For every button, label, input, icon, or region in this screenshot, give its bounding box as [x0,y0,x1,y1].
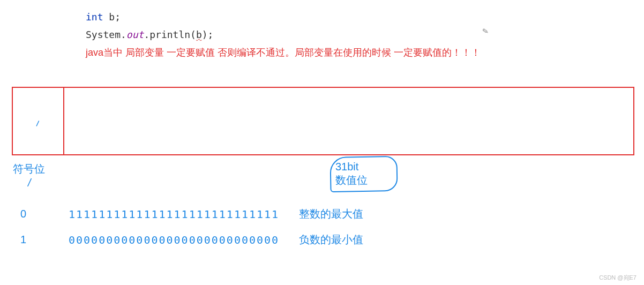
bits-value: 1111111111111111111111111111 [69,208,299,221]
class-system: System. [86,29,126,40]
code-line-1: int b; [86,10,644,25]
bits-value: 0000000000000000000000000000 [69,234,299,246]
binary-row-max: 0 1111111111111111111111111111 整数的最大值 [20,207,363,221]
field-out: out [126,29,144,40]
code-line-2: System.out.println(b); [86,27,644,43]
sign-bit-label: 符号位 [13,162,45,176]
method-println-close: ); [202,29,214,40]
keyword-int: int [86,11,103,22]
arg-b-error: b [196,29,202,40]
bit31-text-line2: 数值位 [335,173,368,188]
sign-bit-cell: ⸝ [13,88,64,154]
tick-mark: ⸝ [31,112,41,128]
row-description: 负数的最小值 [299,232,363,247]
bit-diagram-box: ⸝ [12,87,634,155]
sign-value: 1 [20,234,69,246]
row-description: 整数的最大值 [299,207,363,221]
sign-bit-arrow: / [28,177,31,189]
error-explanation: java当中 局部变量 一定要赋值 否则编译不通过。局部变量在使用的时候 一定要… [86,45,644,61]
method-println-open: .println( [144,29,196,40]
light-glow-decoration [619,0,644,25]
code-block: int b; System.out.println(b); java当中 局部变… [0,0,644,60]
binary-row-min: 1 0000000000000000000000000000 负数的最小值 [20,232,363,247]
pencil-icon: ✎ [482,26,490,36]
bit31-text-line1: 31bit [335,161,368,173]
watermark: CSDN @宛E7 [599,274,636,282]
bit31-label: 31bit 数值位 [335,161,368,188]
variable-b: b; [103,11,121,22]
sign-value: 0 [20,208,69,220]
